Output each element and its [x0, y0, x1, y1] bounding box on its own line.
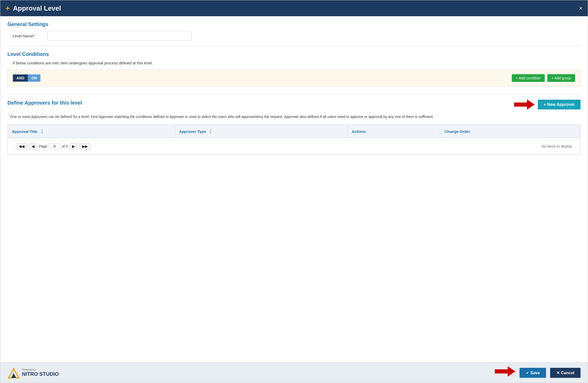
svg-marker-0 — [514, 99, 535, 110]
next-page-button[interactable]: ▶ — [69, 143, 78, 150]
approver-description: One or more Approvers can be defined for… — [7, 114, 581, 120]
plus-icon: + — [5, 4, 10, 13]
prev-page-button[interactable]: ◀ — [29, 143, 37, 150]
required-star: * — [33, 34, 35, 38]
page-input[interactable] — [49, 143, 60, 149]
col-actions: Actions — [348, 125, 440, 138]
or-button[interactable]: OR — [28, 74, 40, 82]
general-settings-title: General Settings — [7, 21, 581, 27]
add-condition-button[interactable]: + Add condition — [512, 74, 545, 82]
nitro-logo-icon: Powered by — [7, 367, 20, 379]
save-button[interactable]: ✓ Save — [520, 368, 546, 378]
pagination-controls: ◀◀ ◀ Page of 0 ▶ ▶▶ — [16, 143, 91, 150]
new-approver-area: + New Approver — [514, 99, 581, 110]
modal-footer: Powered by Powered by NITRO STUDIO ✓ Sav… — [0, 362, 588, 383]
last-page-button[interactable]: ▶▶ — [79, 143, 91, 150]
approvers-table: Approval Title ⋮ Approver Type ⋮ Actions — [7, 125, 581, 155]
level-name-row: Level Name* — [7, 31, 581, 41]
level-name-input[interactable] — [48, 31, 192, 41]
general-settings-section: General Settings Level Name* — [7, 21, 581, 41]
footer-buttons: ✓ Save ✕ Cancel — [495, 366, 581, 379]
cancel-button[interactable]: ✕ Cancel — [550, 368, 581, 378]
modal-title-text: Approval Level — [13, 4, 61, 12]
svg-marker-2 — [11, 373, 16, 378]
powered-by-text: Powered by — [22, 368, 59, 371]
and-button[interactable]: AND — [13, 74, 28, 82]
divider-1 — [7, 46, 581, 46]
first-page-button[interactable]: ◀◀ — [16, 143, 27, 150]
define-approvers-section: Define Approvers for this level + New Ap… — [7, 99, 581, 155]
modal-title: + Approval Level — [5, 4, 61, 13]
modal-body: General Settings Level Name* Level Condi… — [0, 16, 588, 362]
divider-2 — [7, 94, 581, 94]
approver-type-sort-icon[interactable]: ⋮ — [208, 129, 213, 134]
level-conditions-section: Level Conditions If below conditions are… — [7, 51, 581, 86]
new-approver-button[interactable]: + New Approver — [538, 100, 581, 109]
brand-name-text: NITRO STUDIO — [22, 371, 59, 377]
col-approval-title: Approval Title ⋮ — [8, 125, 175, 138]
of-label: of 0 — [62, 144, 68, 148]
add-group-button[interactable]: + Add group — [547, 74, 575, 82]
close-button[interactable]: × — [579, 5, 583, 11]
conditions-actions: + Add condition + Add group — [512, 74, 575, 82]
no-items-label: No items to display — [542, 144, 572, 148]
and-or-toggle: AND OR — [13, 74, 40, 82]
approvers-title: Define Approvers for this level — [7, 100, 82, 106]
new-approver-arrow — [514, 99, 535, 110]
svg-marker-4 — [495, 366, 515, 377]
col-approver-type: Approver Type ⋮ — [175, 125, 347, 138]
pagination-row: ◀◀ ◀ Page of 0 ▶ ▶▶ No items to display — [12, 141, 576, 152]
conditions-box: AND OR + Add condition + Add group — [7, 70, 581, 86]
nitro-logo: Powered by Powered by NITRO STUDIO — [7, 367, 59, 379]
table-header-row: Approval Title ⋮ Approver Type ⋮ Actions — [8, 125, 581, 138]
level-name-label: Level Name* — [13, 34, 44, 38]
page-label: Page — [39, 144, 47, 148]
svg-text:Powered by: Powered by — [9, 378, 20, 379]
modal-header: + Approval Level × — [0, 0, 588, 16]
col-change-order: Change Order — [440, 125, 581, 138]
approvers-header: Define Approvers for this level + New Ap… — [7, 99, 581, 110]
level-conditions-title: Level Conditions — [7, 51, 581, 57]
save-arrow-indicator — [495, 366, 515, 379]
table-empty-row: ◀◀ ◀ Page of 0 ▶ ▶▶ No items to display — [8, 138, 581, 155]
conditions-description: If below conditions are met, item underg… — [7, 61, 581, 65]
approval-title-sort-icon[interactable]: ⋮ — [40, 129, 44, 134]
